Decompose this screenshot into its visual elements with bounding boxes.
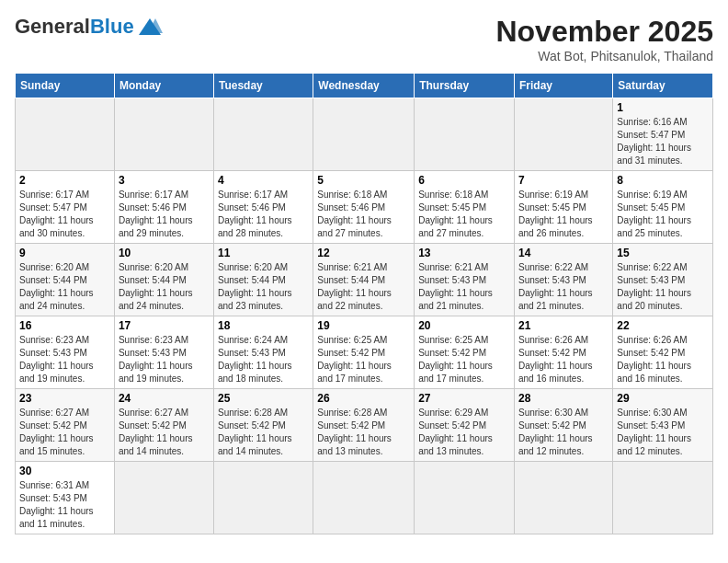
- day-info: Sunrise: 6:21 AMSunset: 5:43 PMDaylight:…: [418, 261, 510, 313]
- day-number: 4: [218, 174, 309, 187]
- day-number: 29: [617, 392, 709, 405]
- calendar-cell: [415, 98, 515, 171]
- day-info: Sunrise: 6:16 AMSunset: 5:47 PMDaylight:…: [617, 116, 709, 167]
- day-number: 3: [119, 174, 210, 187]
- day-info: Sunrise: 6:27 AMSunset: 5:42 PMDaylight:…: [119, 407, 210, 458]
- calendar-cell: [213, 462, 313, 534]
- calendar-cell: [515, 462, 613, 534]
- day-info: Sunrise: 6:19 AMSunset: 5:45 PMDaylight:…: [518, 189, 609, 240]
- day-info: Sunrise: 6:23 AMSunset: 5:43 PMDaylight:…: [19, 334, 110, 385]
- calendar-cell: 16Sunrise: 6:23 AMSunset: 5:43 PMDayligh…: [16, 316, 115, 389]
- day-info: Sunrise: 6:21 AMSunset: 5:44 PMDaylight:…: [317, 261, 410, 313]
- calendar-cell: 14Sunrise: 6:22 AMSunset: 5:43 PMDayligh…: [515, 244, 613, 316]
- day-number: 21: [518, 319, 609, 332]
- month-title: November 2025: [495, 15, 713, 49]
- calendar-week-row: 23Sunrise: 6:27 AMSunset: 5:42 PMDayligh…: [16, 389, 713, 462]
- day-info: Sunrise: 6:22 AMSunset: 5:43 PMDaylight:…: [518, 261, 609, 313]
- day-info: Sunrise: 6:20 AMSunset: 5:44 PMDaylight:…: [19, 261, 110, 313]
- weekday-header-sunday: Sunday: [16, 74, 115, 98]
- day-number: 25: [218, 392, 309, 405]
- day-number: 16: [19, 319, 110, 332]
- day-number: 6: [418, 174, 510, 187]
- day-info: Sunrise: 6:26 AMSunset: 5:42 PMDaylight:…: [518, 334, 609, 385]
- day-info: Sunrise: 6:18 AMSunset: 5:45 PMDaylight:…: [418, 189, 510, 240]
- day-info: Sunrise: 6:20 AMSunset: 5:44 PMDaylight:…: [119, 261, 210, 313]
- location-subtitle: Wat Bot, Phitsanulok, Thailand: [495, 49, 713, 63]
- title-block: November 2025 Wat Bot, Phitsanulok, Thai…: [495, 15, 713, 63]
- calendar-cell: 4Sunrise: 6:17 AMSunset: 5:46 PMDaylight…: [213, 171, 313, 244]
- calendar-cell: 20Sunrise: 6:25 AMSunset: 5:42 PMDayligh…: [415, 316, 515, 389]
- day-info: Sunrise: 6:18 AMSunset: 5:46 PMDaylight:…: [317, 189, 410, 240]
- calendar-cell: 23Sunrise: 6:27 AMSunset: 5:42 PMDayligh…: [16, 389, 115, 462]
- day-info: Sunrise: 6:23 AMSunset: 5:43 PMDaylight:…: [119, 334, 210, 385]
- day-number: 20: [418, 319, 510, 332]
- day-number: 28: [518, 392, 609, 405]
- day-info: Sunrise: 6:30 AMSunset: 5:42 PMDaylight:…: [518, 407, 609, 458]
- calendar-cell: [16, 98, 115, 171]
- day-number: 13: [418, 247, 510, 259]
- calendar-cell: [515, 98, 613, 171]
- calendar-cell: 11Sunrise: 6:20 AMSunset: 5:44 PMDayligh…: [213, 244, 313, 316]
- calendar-cell: 24Sunrise: 6:27 AMSunset: 5:42 PMDayligh…: [114, 389, 213, 462]
- day-number: 9: [19, 247, 110, 259]
- day-number: 2: [19, 174, 110, 187]
- day-info: Sunrise: 6:20 AMSunset: 5:44 PMDaylight:…: [218, 261, 309, 313]
- day-info: Sunrise: 6:22 AMSunset: 5:43 PMDaylight:…: [617, 261, 709, 313]
- calendar-cell: 13Sunrise: 6:21 AMSunset: 5:43 PMDayligh…: [415, 244, 515, 316]
- calendar-cell: 27Sunrise: 6:29 AMSunset: 5:42 PMDayligh…: [415, 389, 515, 462]
- weekday-header-tuesday: Tuesday: [213, 74, 313, 98]
- day-number: 5: [317, 174, 410, 187]
- weekday-header-saturday: Saturday: [613, 74, 713, 98]
- calendar-cell: [313, 462, 415, 534]
- day-number: 27: [418, 392, 510, 405]
- calendar-cell: 9Sunrise: 6:20 AMSunset: 5:44 PMDaylight…: [16, 244, 115, 316]
- day-info: Sunrise: 6:19 AMSunset: 5:45 PMDaylight:…: [617, 189, 709, 240]
- calendar-cell: [114, 462, 213, 534]
- day-info: Sunrise: 6:29 AMSunset: 5:42 PMDaylight:…: [418, 407, 510, 458]
- calendar-cell: 29Sunrise: 6:30 AMSunset: 5:43 PMDayligh…: [613, 389, 713, 462]
- day-number: 24: [119, 392, 210, 405]
- weekday-header-row: SundayMondayTuesdayWednesdayThursdayFrid…: [16, 74, 713, 98]
- day-info: Sunrise: 6:17 AMSunset: 5:46 PMDaylight:…: [119, 189, 210, 240]
- weekday-header-thursday: Thursday: [415, 74, 515, 98]
- logo: General Blue: [15, 15, 163, 39]
- day-info: Sunrise: 6:25 AMSunset: 5:42 PMDaylight:…: [418, 334, 510, 385]
- calendar-cell: 26Sunrise: 6:28 AMSunset: 5:42 PMDayligh…: [313, 389, 415, 462]
- calendar-cell: 25Sunrise: 6:28 AMSunset: 5:42 PMDayligh…: [213, 389, 313, 462]
- day-number: 14: [518, 247, 609, 259]
- day-number: 8: [617, 174, 709, 187]
- calendar-cell: 2Sunrise: 6:17 AMSunset: 5:47 PMDaylight…: [16, 171, 115, 244]
- weekday-header-monday: Monday: [114, 74, 213, 98]
- calendar-cell: 5Sunrise: 6:18 AMSunset: 5:46 PMDaylight…: [313, 171, 415, 244]
- day-number: 26: [317, 392, 410, 405]
- day-number: 7: [518, 174, 609, 187]
- calendar-week-row: 2Sunrise: 6:17 AMSunset: 5:47 PMDaylight…: [16, 171, 713, 244]
- calendar-cell: 28Sunrise: 6:30 AMSunset: 5:42 PMDayligh…: [515, 389, 613, 462]
- calendar-week-row: 30Sunrise: 6:31 AMSunset: 5:43 PMDayligh…: [16, 462, 713, 534]
- calendar-cell: 10Sunrise: 6:20 AMSunset: 5:44 PMDayligh…: [114, 244, 213, 316]
- logo-blue-text: Blue: [90, 15, 134, 39]
- calendar-cell: [313, 98, 415, 171]
- day-number: 10: [119, 247, 210, 259]
- day-info: Sunrise: 6:28 AMSunset: 5:42 PMDaylight:…: [317, 407, 410, 458]
- calendar-table: SundayMondayTuesdayWednesdayThursdayFrid…: [15, 73, 713, 534]
- logo-icon: [137, 17, 163, 37]
- calendar-cell: [613, 462, 713, 534]
- calendar-cell: 21Sunrise: 6:26 AMSunset: 5:42 PMDayligh…: [515, 316, 613, 389]
- day-info: Sunrise: 6:24 AMSunset: 5:43 PMDaylight:…: [218, 334, 309, 385]
- calendar-cell: 8Sunrise: 6:19 AMSunset: 5:45 PMDaylight…: [613, 171, 713, 244]
- calendar-cell: 17Sunrise: 6:23 AMSunset: 5:43 PMDayligh…: [114, 316, 213, 389]
- day-number: 19: [317, 319, 410, 332]
- day-info: Sunrise: 6:28 AMSunset: 5:42 PMDaylight:…: [218, 407, 309, 458]
- day-number: 30: [19, 465, 110, 477]
- calendar-cell: 7Sunrise: 6:19 AMSunset: 5:45 PMDaylight…: [515, 171, 613, 244]
- day-info: Sunrise: 6:31 AMSunset: 5:43 PMDaylight:…: [19, 479, 110, 531]
- day-number: 17: [119, 319, 210, 332]
- page-header: General Blue November 2025 Wat Bot, Phit…: [15, 15, 713, 63]
- calendar-cell: 6Sunrise: 6:18 AMSunset: 5:45 PMDaylight…: [415, 171, 515, 244]
- calendar-cell: [213, 98, 313, 171]
- calendar-cell: 19Sunrise: 6:25 AMSunset: 5:42 PMDayligh…: [313, 316, 415, 389]
- calendar-cell: 1Sunrise: 6:16 AMSunset: 5:47 PMDaylight…: [613, 98, 713, 171]
- day-info: Sunrise: 6:17 AMSunset: 5:47 PMDaylight:…: [19, 189, 110, 240]
- day-number: 11: [218, 247, 309, 259]
